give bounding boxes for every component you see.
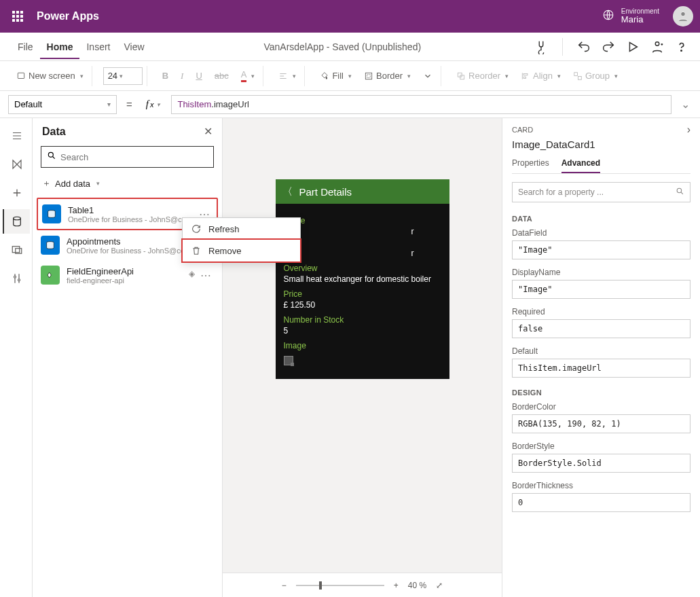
field-label: Price [284,289,441,299]
titlebar: Power Apps Environment Maria [0,0,700,33]
app-checker-icon[interactable] [534,39,549,54]
chevron-right-icon[interactable]: › [687,124,690,136]
menu-home[interactable]: Home [40,35,80,59]
preview-title: Part Details [299,186,352,198]
format-options-icon[interactable] [419,69,437,84]
prop-value-input[interactable]: ThisItem.imageUrl [512,359,690,378]
underline-button[interactable]: U [191,68,206,84]
canvas-area[interactable]: 〈 Part Details Name r r Overview Small h… [223,118,502,573]
app-preview: 〈 Part Details Name r r Overview Small h… [276,179,449,379]
strikethrough-button[interactable]: abc [210,68,233,84]
preview-header: 〈 Part Details [276,179,449,204]
prop-value-input[interactable]: BorderStyle.Solid [512,454,690,473]
close-icon[interactable]: ✕ [204,125,213,138]
datasource-context-menu: Refresh Remove [182,217,301,262]
reorder-button[interactable]: Reorder [452,68,513,84]
field-value: r [284,249,441,258]
svg-point-1 [681,12,686,16]
fullscreen-icon[interactable]: ⤢ [433,581,445,590]
ribbon-toolbar: New screen 24 B I U abc A Fill Border Re… [0,61,700,91]
field-value: £ 125.50 [284,300,441,310]
context-refresh-label: Refresh [208,224,240,234]
field-value: 5 [284,326,441,336]
section-data: DATA [502,209,700,225]
app-title: Power Apps [37,10,99,22]
data-search-input[interactable] [60,152,208,162]
new-screen-button[interactable]: New screen [12,68,88,84]
border-label: Border [376,71,403,81]
formula-expand-icon[interactable]: ⌄ [678,98,692,111]
rail-data[interactable] [3,209,30,234]
datasource-more-icon[interactable]: ⋯ [198,269,214,282]
italic-button[interactable]: I [177,68,187,84]
datasource-sub: OneDrive for Business - JohnS@conten.. [68,215,189,223]
user-avatar[interactable] [673,6,693,26]
fx-button[interactable]: fx [142,98,165,110]
play-icon[interactable] [625,39,640,54]
menu-file[interactable]: File [11,35,40,59]
svg-rect-5 [365,73,371,79]
svg-rect-4 [18,73,24,78]
environment-icon [602,9,614,24]
field-label: Overview [284,264,441,273]
bold-button[interactable]: B [158,68,172,84]
font-size-input[interactable]: 24 [103,67,143,85]
help-icon[interactable] [674,39,689,54]
tab-properties[interactable]: Properties [512,158,549,173]
fill-button[interactable]: Fill [316,68,356,84]
prop-label: BorderStyle [512,441,690,451]
prop-default: Default ThisItem.imageUrl [502,344,700,383]
plus-icon: ＋ [42,177,51,189]
prop-value-input[interactable]: 0 [512,493,690,512]
fill-label: Fill [332,71,344,81]
group-button[interactable]: Group [569,68,622,84]
properties-panel: CARD › Image_DataCard1 Properties Advanc… [502,118,700,597]
context-refresh[interactable]: Refresh [183,218,300,240]
rail-tree-view[interactable] [3,124,30,148]
prop-value-input[interactable]: "Image" [512,280,690,299]
left-rail [0,118,33,597]
search-icon [676,187,684,198]
data-panel-title: Data [42,126,66,138]
prop-label: DisplayName [512,268,690,277]
svg-point-19 [677,188,682,193]
rail-media[interactable] [3,238,30,262]
property-select[interactable]: Default ▾ [8,95,117,114]
back-icon[interactable]: 〈 [282,185,293,198]
environment-name: Maria [621,15,659,24]
zoom-in-button[interactable]: + [391,581,401,590]
datasource-item-fieldengineerapi[interactable]: FieldEngineerApi field-engineer-api ◈ ⋯ [37,260,218,290]
excel-icon [42,204,61,223]
tab-advanced[interactable]: Advanced [561,158,600,173]
add-data-button[interactable]: ＋ Add data [33,172,222,195]
prop-value-input[interactable]: "Image" [512,240,690,259]
share-icon[interactable] [650,39,665,54]
rail-insert[interactable] [3,152,30,177]
redo-icon[interactable] [601,39,616,54]
add-data-label: Add data [55,179,90,189]
border-button[interactable]: Border [360,68,415,84]
align-label: Align [533,71,553,81]
prop-label: Default [512,346,690,356]
rail-add[interactable] [3,181,30,205]
align-text-button[interactable] [274,69,300,84]
menu-view[interactable]: View [117,35,151,59]
formula-input[interactable]: ThisItem.imageUrl [171,95,671,114]
data-search[interactable] [41,146,214,168]
align-button[interactable]: Align [517,68,565,84]
rail-advanced-tools[interactable] [3,266,30,291]
image-placeholder-icon [284,356,293,365]
svg-point-16 [14,276,16,278]
prop-value-input[interactable]: RGBA(135, 190, 82, 1) [512,414,690,433]
menu-insert[interactable]: Insert [79,35,117,59]
app-launcher-icon[interactable] [7,5,29,27]
prop-value-input[interactable]: false [512,319,690,338]
undo-icon[interactable] [576,39,591,54]
font-color-button[interactable]: A [237,67,259,85]
zoom-out-button[interactable]: − [279,581,289,590]
context-remove[interactable]: Remove [181,238,301,263]
environment-picker[interactable]: Environment Maria [602,7,659,24]
zoom-slider[interactable] [296,585,384,586]
prop-borderstyle: BorderStyle BorderStyle.Solid [502,439,700,478]
property-search[interactable]: Search for a property ... [512,182,690,202]
